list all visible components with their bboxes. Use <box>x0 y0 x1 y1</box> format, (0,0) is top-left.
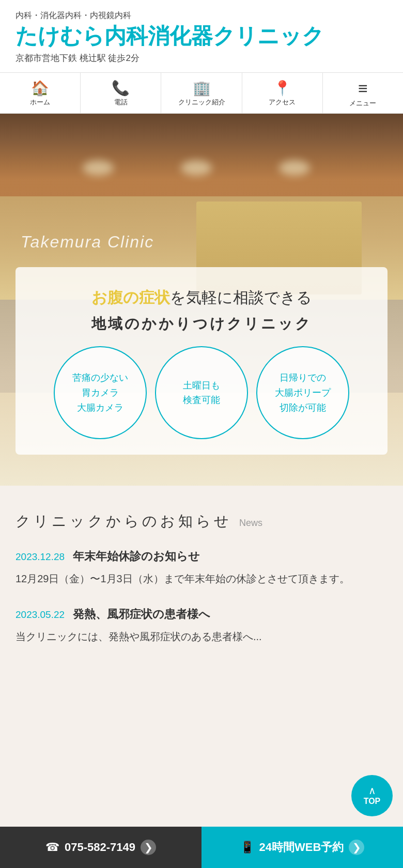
news-section: クリニックからのお知らせ News 2023.12.28 年末年始休診のお知らせ… <box>0 486 403 685</box>
nav-clinic[interactable]: 🏢 クリニック紹介 <box>161 73 242 113</box>
news-item-1: 2023.12.28 年末年始休診のお知らせ 12月29日（金）〜1月3日（水）… <box>16 549 388 588</box>
nav-home[interactable]: 🏠 ホーム <box>0 73 81 113</box>
nav-phone[interactable]: 📞 電話 <box>81 73 161 113</box>
nav-home-label: ホーム <box>30 98 50 107</box>
menu-icon: ≡ <box>358 80 368 97</box>
news-item-1-header: 2023.12.28 年末年始休診のお知らせ <box>16 549 388 564</box>
hero-card-tagline: お腹の症状を気軽に相談できる <box>31 286 372 309</box>
nav-access[interactable]: 📍 アクセス <box>242 73 323 113</box>
site-header: 内科・消化器内科・内視鏡内科 たけむら内科消化器クリニック 京都市営地下鉄 桃辻… <box>0 0 403 72</box>
main-nav: 🏠 ホーム 📞 電話 🏢 クリニック紹介 📍 アクセス ≡ メニュー <box>0 72 403 114</box>
hero-section: Takemura Clinic お腹の症状を気軽に相談できる 地域のかかりつけク… <box>0 114 403 486</box>
news-item-2-title: 発熱、風邪症状の患者様へ <box>73 607 210 622</box>
news-item-2: 2023.05.22 発熱、風邪症状の患者様へ 当クリニックには、発熱や風邪症状… <box>16 607 388 646</box>
phone-icon: 📞 <box>112 81 130 96</box>
news-item-1-title: 年末年始休診のお知らせ <box>73 549 200 564</box>
hero-badge-3: 日帰りでの大腸ポリープ切除が可能 <box>256 346 349 439</box>
news-item-2-header: 2023.05.22 発熱、風邪症状の患者様へ <box>16 607 388 622</box>
hero-card-subtitle: 地域のかかりつけクリニック <box>31 314 372 334</box>
nav-menu[interactable]: ≡ メニュー <box>323 73 403 113</box>
nav-menu-label: メニュー <box>349 99 376 108</box>
home-icon: 🏠 <box>31 81 49 96</box>
news-section-title-en: News <box>239 518 262 529</box>
news-item-1-body: 12月29日（金）〜1月3日（水）まで年末年始の休診とさせて頂きます。 <box>16 569 388 588</box>
clinic-access: 京都市営地下鉄 桃辻駅 徒歩2分 <box>16 52 388 64</box>
clinic-title: たけむら内科消化器クリニック <box>16 23 388 49</box>
hero-card: お腹の症状を気軽に相談できる 地域のかかりつけクリニック 苦痛の少ない胃カメラ大… <box>16 267 388 455</box>
footer-spacer <box>0 685 403 726</box>
news-item-2-body: 当クリニックには、発熱や風邪症状のある患者様へ... <box>16 627 388 646</box>
news-section-title: クリニックからのお知らせ <box>16 512 232 531</box>
hero-highlight-text: お腹の症状 <box>91 289 170 306</box>
nav-clinic-label: クリニック紹介 <box>178 98 225 107</box>
clinic-subtitle: 内科・消化器内科・内視鏡内科 <box>16 10 388 21</box>
hero-ceiling-bg <box>0 114 403 196</box>
hero-badge-1: 苦痛の少ない胃カメラ大腸カメラ <box>54 346 147 439</box>
news-header: クリニックからのお知らせ News <box>16 512 388 531</box>
hero-badges-container: 苦痛の少ない胃カメラ大腸カメラ 土曜日も検査可能 日帰りでの大腸ポリープ切除が可… <box>31 346 372 439</box>
nav-access-label: アクセス <box>269 98 296 107</box>
clinic-name-overlay: Takemura Clinic <box>21 233 154 252</box>
news-item-2-date: 2023.05.22 <box>16 609 65 621</box>
clinic-icon: 🏢 <box>193 81 211 96</box>
access-icon: 📍 <box>273 81 291 96</box>
hero-title-rest: を気軽に相談できる <box>170 289 312 306</box>
news-item-1-date: 2023.12.28 <box>16 551 65 563</box>
hero-badge-2: 土曜日も検査可能 <box>155 346 248 439</box>
nav-phone-label: 電話 <box>114 98 128 107</box>
